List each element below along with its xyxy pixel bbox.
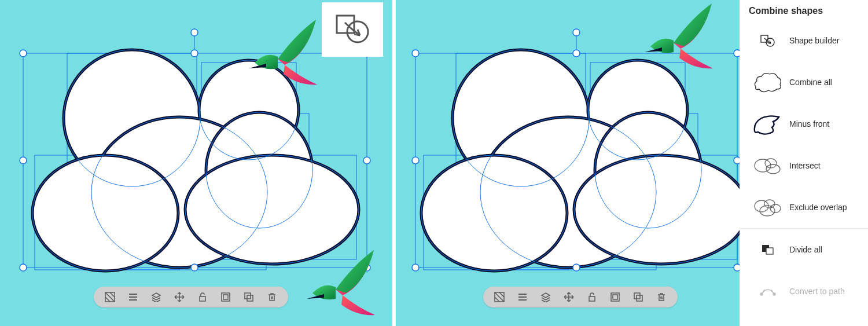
svg-point-58	[734, 264, 740, 271]
move-icon[interactable]	[168, 287, 191, 307]
hummingbird-right	[645, 3, 713, 68]
combine-all-icon	[749, 68, 787, 96]
opacity-icon[interactable]	[98, 287, 122, 307]
svg-point-80	[770, 204, 781, 213]
svg-rect-63	[223, 295, 228, 299]
svg-point-20	[20, 50, 27, 57]
opacity-icon[interactable]	[488, 287, 511, 307]
svg-rect-69	[613, 295, 617, 299]
svg-point-25	[20, 264, 27, 271]
svg-point-24	[363, 157, 370, 164]
panel-item-divide-all[interactable]: Divide all	[740, 228, 868, 270]
panel-item-label: Convert to path	[789, 287, 845, 296]
panel-item-label: Intersect	[789, 161, 821, 170]
unlock-icon[interactable]	[191, 287, 214, 307]
panel-item-convert-to-path: Convert to path	[740, 270, 868, 312]
svg-point-23	[20, 157, 27, 164]
combine-shapes-panel: Combine shapes Shape builder Combine all…	[740, 0, 868, 326]
panel-item-label: Exclude overlap	[789, 203, 847, 212]
svg-point-59	[573, 29, 580, 36]
panel-item-minus-front[interactable]: Minus front	[740, 103, 868, 145]
svg-rect-64	[245, 293, 251, 299]
duplicate-icon[interactable]	[627, 287, 650, 307]
svg-point-55	[734, 157, 740, 164]
svg-rect-68	[611, 293, 619, 301]
svg-rect-61	[200, 296, 205, 301]
svg-rect-62	[222, 293, 230, 301]
svg-rect-70	[634, 293, 640, 299]
unlock-icon[interactable]	[580, 287, 604, 307]
shape-builder-badge	[322, 2, 383, 57]
svg-rect-82	[766, 248, 773, 254]
convert-to-path-icon	[749, 277, 787, 305]
context-toolbar-left	[94, 287, 288, 307]
arrange-layers-icon[interactable]	[534, 287, 557, 307]
group-icon[interactable]	[604, 287, 627, 307]
svg-point-57	[573, 264, 580, 271]
svg-rect-67	[589, 296, 595, 301]
svg-point-26	[191, 264, 198, 271]
stroke-weight-icon[interactable]	[511, 287, 534, 307]
arrange-layers-icon[interactable]	[145, 287, 168, 307]
svg-point-53	[734, 50, 740, 57]
panel-item-intersect[interactable]: Intersect	[740, 145, 868, 186]
panel-item-shape-builder[interactable]: Shape builder	[740, 20, 868, 61]
minus-front-icon	[749, 110, 787, 138]
group-icon[interactable]	[214, 287, 237, 307]
divide-all-icon	[749, 236, 787, 263]
canvas-left[interactable]	[0, 0, 392, 326]
page: Combine shapes Shape builder Combine all…	[0, 0, 868, 326]
panel-item-label: Shape builder	[789, 36, 839, 45]
panel-item-combine-all[interactable]: Combine all	[740, 61, 868, 103]
context-toolbar-right	[483, 287, 678, 307]
panel-item-label: Divide all	[789, 245, 822, 254]
svg-point-12	[32, 155, 178, 271]
panel-item-label: Minus front	[789, 119, 829, 129]
svg-point-78	[764, 200, 775, 208]
svg-rect-71	[637, 295, 642, 301]
duplicate-icon[interactable]	[237, 287, 260, 307]
svg-point-28	[191, 29, 198, 36]
svg-rect-65	[247, 295, 253, 301]
canvas-right[interactable]	[396, 0, 740, 326]
svg-point-21	[191, 50, 198, 57]
panel-title: Combine shapes	[740, 0, 868, 20]
svg-rect-72	[761, 35, 768, 42]
artwork-right	[396, 0, 740, 326]
panel-item-exclude-overlap[interactable]: Exclude overlap	[740, 186, 868, 228]
shape-builder-icon	[332, 12, 373, 47]
svg-point-51	[412, 50, 419, 57]
svg-point-56	[412, 264, 419, 271]
stroke-weight-icon[interactable]	[122, 287, 145, 307]
svg-point-54	[412, 157, 419, 164]
move-icon[interactable]	[557, 287, 580, 307]
hummingbird-bottom	[307, 250, 375, 315]
svg-point-77	[755, 200, 768, 212]
svg-point-13	[185, 155, 359, 264]
trash-icon[interactable]	[650, 287, 673, 307]
intersect-icon	[749, 152, 787, 180]
svg-point-43	[421, 155, 567, 271]
shape-builder-icon	[749, 27, 787, 54]
svg-point-76	[766, 164, 780, 174]
svg-point-52	[573, 50, 580, 57]
panel-item-label: Combine all	[789, 78, 832, 87]
exclude-overlap-icon	[749, 193, 787, 221]
trash-icon[interactable]	[260, 287, 284, 307]
